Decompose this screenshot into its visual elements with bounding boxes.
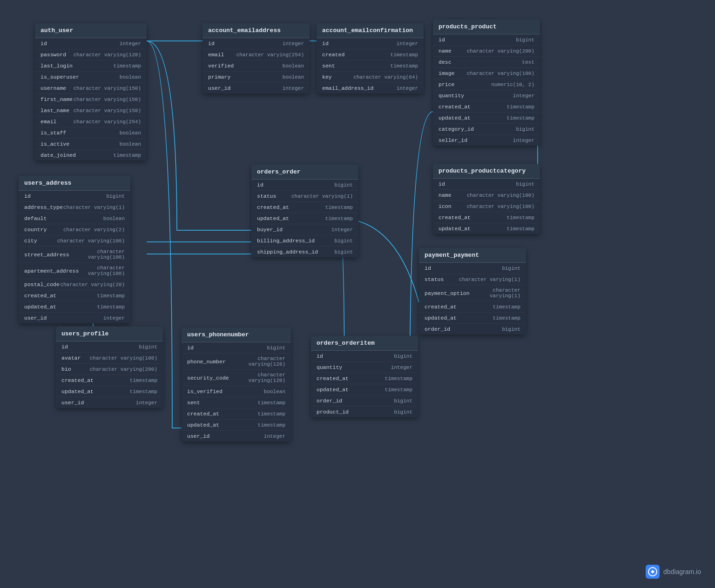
table-row: key character varying(64): [317, 72, 424, 83]
table-row: shipping_address_id bigint: [251, 247, 358, 257]
table-orders-order-header: orders_order: [251, 165, 358, 180]
table-row: created_at timestamp: [311, 373, 418, 384]
table-row: created_at timestamp: [419, 301, 526, 313]
table-row: updated_at timestamp: [19, 301, 130, 313]
table-row: is_superuser boolean: [35, 72, 147, 83]
table-row: desc text: [433, 57, 540, 68]
table-row: first_name character varying(150): [35, 94, 147, 105]
table-payment-payment-body: id bigint status character varying(1) pa…: [419, 263, 526, 334]
table-row: category_id bigint: [433, 124, 540, 135]
table-users-address-body: id bigint address_type character varying…: [19, 191, 130, 323]
table-row: created_at timestamp: [433, 212, 540, 223]
table-payment-payment: payment_payment id bigint status charact…: [419, 248, 526, 334]
table-row: verified boolean: [202, 60, 310, 72]
table-users-address-header: users_address: [19, 176, 130, 191]
table-users-profile: users_profile id bigint avatar character…: [56, 327, 163, 408]
table-row: last_name character varying(150): [35, 105, 147, 116]
table-row: created_at timestamp: [19, 290, 130, 301]
table-row: id bigint: [419, 263, 526, 274]
table-account-emailaddress-body: id integer email character varying(254) …: [202, 38, 310, 94]
table-row: name character varying(200): [433, 46, 540, 57]
table-row: default boolean: [19, 213, 130, 224]
table-row: buyer_id integer: [251, 224, 358, 235]
table-row: bio character varying(200): [56, 364, 163, 375]
table-row: id integer: [35, 38, 147, 49]
table-row: updated_at timestamp: [433, 113, 540, 124]
table-row: billing_address_id bigint: [251, 235, 358, 247]
table-row: username character varying(150): [35, 83, 147, 94]
table-users-address: users_address id bigint address_type cha…: [19, 176, 130, 323]
table-row: password character varying(128): [35, 49, 147, 60]
table-users-profile-body: id bigint avatar character varying(100) …: [56, 341, 163, 408]
table-users-phonenumber: users_phonenumber id bigint phone_number…: [182, 327, 291, 441]
table-orders-orderitem-header: orders_orderitem: [311, 336, 418, 351]
brand-area: dbdiagram.io: [646, 565, 701, 579]
table-row: updated_at timestamp: [182, 420, 291, 431]
table-orders-orderitem: orders_orderitem id bigint quantity inte…: [311, 336, 418, 417]
table-row: created_at timestamp: [182, 408, 291, 420]
table-auth-user-body: id integer password character varying(12…: [35, 38, 147, 160]
table-products-product: products_product id bigint name characte…: [433, 20, 540, 146]
table-row: id bigint: [19, 191, 130, 202]
table-row: id bigint: [182, 342, 291, 354]
table-account-emailconfirmation-body: id integer created timestamp sent timest…: [317, 38, 424, 94]
table-row: created_at timestamp: [251, 202, 358, 213]
table-row: address_type character varying(1): [19, 202, 130, 213]
table-row: postal_code character varying(20): [19, 279, 130, 290]
table-row: email character varying(254): [202, 49, 310, 60]
table-row: updated_at timestamp: [251, 213, 358, 224]
table-row: user_id integer: [182, 431, 291, 441]
table-account-emailaddress: account_emailaddress id integer email ch…: [202, 23, 310, 94]
table-products-productcategory: products_productcategory id bigint name …: [433, 164, 540, 234]
table-row: seller_id integer: [433, 135, 540, 146]
table-row: avatar character varying(100): [56, 353, 163, 364]
table-row: phone_number character varying(128): [182, 354, 291, 370]
table-row: last_login timestamp: [35, 60, 147, 72]
brand-name: dbdiagram.io: [663, 568, 701, 575]
table-row: city character varying(100): [19, 235, 130, 247]
table-row: id bigint: [251, 180, 358, 191]
table-row: email character varying(254): [35, 116, 147, 127]
table-row: quantity integer: [311, 362, 418, 373]
table-products-productcategory-header: products_productcategory: [433, 164, 540, 179]
table-row: order_id bigint: [311, 395, 418, 407]
table-row: created_at timestamp: [433, 101, 540, 113]
table-row: id bigint: [433, 34, 540, 46]
table-row: id integer: [317, 38, 424, 49]
table-row: date_joined timestamp: [35, 150, 147, 160]
table-account-emailaddress-header: account_emailaddress: [202, 23, 310, 38]
table-row: updated_at timestamp: [311, 384, 418, 395]
table-products-productcategory-body: id bigint name character varying(100) ic…: [433, 179, 540, 234]
table-products-product-body: id bigint name character varying(200) de…: [433, 34, 540, 146]
table-auth-user-header: auth_user: [35, 23, 147, 38]
table-row: price numeric(10, 2): [433, 79, 540, 90]
table-row: id bigint: [311, 351, 418, 362]
table-row: status character varying(1): [251, 191, 358, 202]
table-row: is_staff boolean: [35, 127, 147, 139]
table-products-product-header: products_product: [433, 20, 540, 34]
brand-icon: [646, 565, 660, 579]
table-row: created_at timestamp: [56, 375, 163, 386]
db-canvas: auth_user id integer password character …: [0, 0, 715, 588]
table-row: payment_option character varying(1): [419, 285, 526, 301]
table-row: status character varying(1): [419, 274, 526, 285]
table-row: is_active boolean: [35, 139, 147, 150]
table-row: apartment_address character varying(100): [19, 263, 130, 279]
table-orders-order-body: id bigint status character varying(1) cr…: [251, 180, 358, 257]
table-users-profile-header: users_profile: [56, 327, 163, 341]
table-orders-order: orders_order id bigint status character …: [251, 165, 358, 257]
table-row: street_address character varying(100): [19, 247, 130, 263]
table-row: user_id integer: [56, 397, 163, 408]
table-row: primary boolean: [202, 72, 310, 83]
table-row: sent timestamp: [317, 60, 424, 72]
table-row: email_address_id integer: [317, 83, 424, 94]
table-row: name character varying(100): [433, 190, 540, 201]
table-row: country character varying(2): [19, 224, 130, 235]
table-row: id bigint: [433, 179, 540, 190]
table-row: icon character varying(100): [433, 201, 540, 212]
table-users-phonenumber-header: users_phonenumber: [182, 327, 291, 342]
table-row: id integer: [202, 38, 310, 49]
table-row: image character varying(100): [433, 68, 540, 79]
table-auth-user: auth_user id integer password character …: [35, 23, 147, 160]
table-row: updated_at timestamp: [419, 313, 526, 324]
